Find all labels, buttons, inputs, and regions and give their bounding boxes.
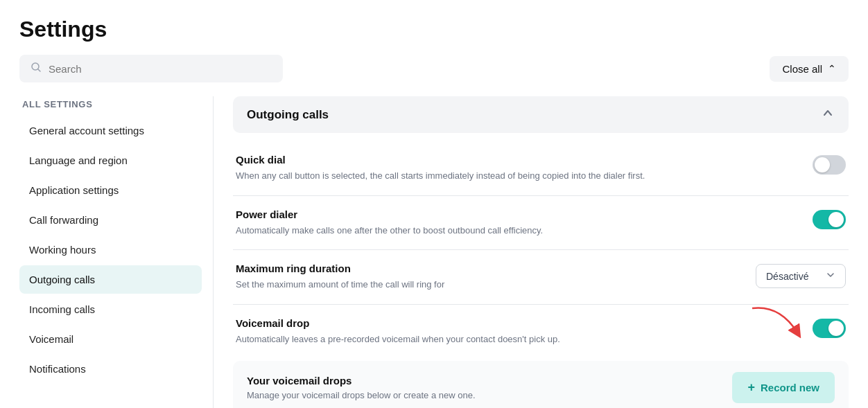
sidebar-item-working-hours[interactable]: Working hours <box>19 236 202 264</box>
toggle-quick-dial[interactable] <box>813 155 846 175</box>
close-all-button[interactable]: Close all ⌃ <box>770 56 849 82</box>
record-new-label: Record new <box>761 382 819 393</box>
setting-name-voicemail-drop: Voicemail drop <box>236 317 799 329</box>
voicemail-drops-description: Manage your voicemail drops below or cre… <box>247 390 476 400</box>
sidebar-item-incoming-calls[interactable]: Incoming calls <box>19 295 202 323</box>
search-icon <box>31 62 42 76</box>
setting-desc-voicemail-drop: Automatically leaves a pre-recorded voic… <box>236 332 799 346</box>
voicemail-drops-section: Your voicemail drops Manage your voicema… <box>233 361 849 408</box>
close-all-label: Close all <box>782 63 822 75</box>
sidebar: All settings General account settingsLan… <box>19 96 214 408</box>
search-box <box>19 55 283 82</box>
setting-row-quick-dial: Quick dialWhen any call button is select… <box>233 141 849 196</box>
setting-name-quick-dial: Quick dial <box>236 154 799 166</box>
setting-row-power-dialer: Power dialerAutomatically make calls one… <box>233 196 849 251</box>
main-panel: Outgoing calls Quick dialWhen any call b… <box>214 96 849 408</box>
setting-desc-power-dialer: Automatically make calls one after the o… <box>236 224 799 238</box>
svg-line-1 <box>38 69 40 71</box>
sidebar-item-language-and-region[interactable]: Language and region <box>19 146 202 175</box>
sidebar-item-voicemail[interactable]: Voicemail <box>19 325 202 353</box>
toggle-knob-power-dialer <box>828 212 844 227</box>
toggle-knob-quick-dial <box>815 157 830 172</box>
section-title: Outgoing calls <box>247 108 329 122</box>
toggle-power-dialer[interactable] <box>813 210 846 229</box>
sidebar-group-label: All settings <box>19 99 202 109</box>
plus-icon: + <box>747 380 755 395</box>
record-new-button[interactable]: + Record new <box>732 372 835 403</box>
sidebar-item-general-account-settings[interactable]: General account settings <box>19 116 202 145</box>
sidebar-item-outgoing-calls[interactable]: Outgoing calls <box>19 265 202 294</box>
voicemail-drops-title: Your voicemail drops <box>247 375 476 387</box>
section-header: Outgoing calls <box>233 96 849 133</box>
toggle-knob-voicemail-drop <box>828 321 844 336</box>
setting-desc-quick-dial: When any call button is selected, the ca… <box>236 169 799 183</box>
sidebar-item-call-forwarding[interactable]: Call forwarding <box>19 206 202 234</box>
chevron-down-icon <box>826 270 835 282</box>
setting-name-power-dialer: Power dialer <box>236 209 799 220</box>
sidebar-item-notifications[interactable]: Notifications <box>19 355 202 383</box>
dropdown-maximum-ring-duration[interactable]: Désactivé <box>756 264 846 288</box>
search-input[interactable] <box>49 63 272 75</box>
setting-desc-maximum-ring-duration: Set the maximum amount of time the call … <box>236 278 742 292</box>
dropdown-value-maximum-ring-duration: Désactivé <box>766 271 808 282</box>
setting-row-maximum-ring-duration: Maximum ring durationSet the maximum amo… <box>233 250 849 305</box>
setting-name-maximum-ring-duration: Maximum ring duration <box>236 263 742 274</box>
section-collapse-icon[interactable] <box>821 106 835 123</box>
toggle-voicemail-drop[interactable] <box>813 319 846 338</box>
chevron-up-icon: ⌃ <box>828 63 836 74</box>
sidebar-item-application-settings[interactable]: Application settings <box>19 176 202 204</box>
page-title: Settings <box>19 17 849 42</box>
setting-row-voicemail-drop: Voicemail dropAutomatically leaves a pre… <box>233 305 849 359</box>
